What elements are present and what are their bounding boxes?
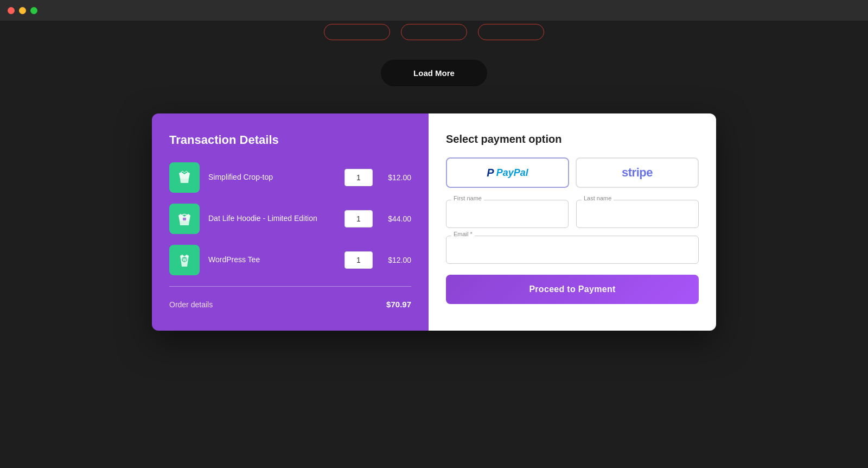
- item-image-2: [169, 204, 200, 234]
- payment-options: P PayPal stripe: [446, 157, 699, 188]
- paypal-option[interactable]: P PayPal: [446, 157, 569, 188]
- svg-rect-0: [183, 218, 186, 220]
- order-total: $70.97: [386, 300, 411, 309]
- divider: [169, 286, 411, 287]
- nav-pill-1[interactable]: [324, 24, 390, 40]
- item-name-2: Dat Life Hoodie - Limited Edition: [208, 213, 336, 224]
- stripe-option[interactable]: stripe: [576, 157, 699, 188]
- close-button[interactable]: [8, 7, 15, 14]
- transaction-panel: Transaction Details Simplified Crop-top …: [152, 113, 429, 331]
- email-group: Email *: [446, 236, 699, 264]
- item-price-3: $12.00: [381, 256, 411, 264]
- cart-item-2: Dat Life Hoodie - Limited Edition $44.00: [169, 204, 411, 234]
- email-label: Email *: [451, 231, 475, 237]
- cart-item-1: Simplified Crop-top $12.00: [169, 162, 411, 193]
- item-price-1: $12.00: [381, 173, 411, 182]
- top-nav: [0, 21, 868, 43]
- payment-title: Select payment option: [446, 133, 699, 146]
- load-more-button[interactable]: Load More: [381, 60, 487, 86]
- main-content: Load More Transaction Details Simplified…: [0, 43, 868, 331]
- paypal-p-icon: P: [487, 167, 494, 179]
- proceed-to-payment-button[interactable]: Proceed to Payment: [446, 275, 699, 304]
- last-name-input[interactable]: [576, 200, 699, 228]
- name-fields-row: First name Last name: [446, 200, 699, 228]
- cart-item-3: W WordPress Tee $12.00: [169, 245, 411, 275]
- payment-panel: Select payment option P PayPal stripe Fi…: [429, 113, 716, 331]
- paypal-logo: P PayPal: [487, 167, 528, 179]
- order-summary: Order details $70.97: [169, 298, 411, 311]
- modal: Transaction Details Simplified Crop-top …: [152, 113, 716, 331]
- last-name-group: Last name: [576, 200, 699, 228]
- order-details-label: Order details: [169, 300, 213, 309]
- first-name-group: First name: [446, 200, 569, 228]
- email-input[interactable]: [446, 236, 699, 264]
- maximize-button[interactable]: [30, 7, 37, 14]
- titlebar: [0, 0, 868, 21]
- item-image-3: W: [169, 245, 200, 275]
- minimize-button[interactable]: [19, 7, 26, 14]
- last-name-label: Last name: [582, 195, 614, 201]
- svg-text:W: W: [183, 258, 187, 262]
- item-qty-1[interactable]: [344, 169, 373, 186]
- item-name-3: WordPress Tee: [208, 255, 336, 265]
- paypal-text: PayPal: [496, 167, 528, 179]
- item-name-1: Simplified Crop-top: [208, 172, 336, 183]
- nav-pill-3[interactable]: [478, 24, 544, 40]
- item-qty-3[interactable]: [344, 251, 373, 269]
- item-image-1: [169, 162, 200, 193]
- item-qty-2[interactable]: [344, 210, 373, 227]
- first-name-label: First name: [451, 195, 484, 201]
- stripe-logo: stripe: [622, 166, 653, 180]
- first-name-input[interactable]: [446, 200, 569, 228]
- item-price-2: $44.00: [381, 214, 411, 223]
- nav-pill-2[interactable]: [401, 24, 467, 40]
- transaction-title: Transaction Details: [169, 133, 411, 147]
